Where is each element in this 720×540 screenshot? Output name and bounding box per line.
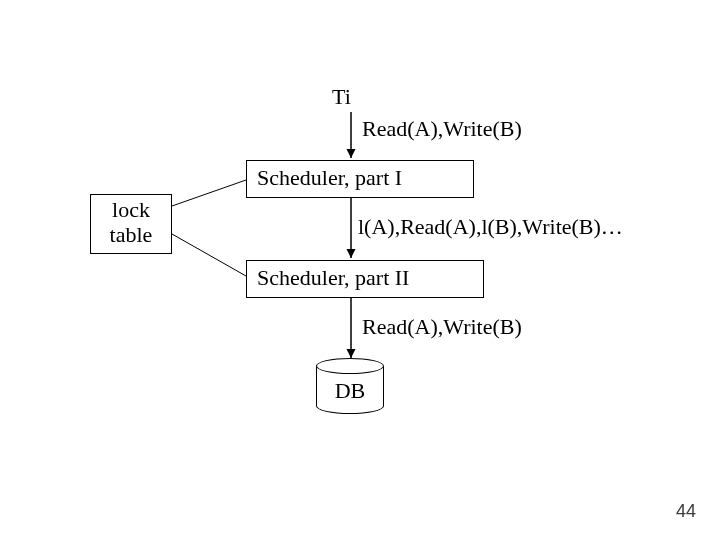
lock-table-box: lock table [90,194,172,254]
scheduler-2-box: Scheduler, part II [246,260,484,298]
top-ops-label: Read(A),Write(B) [362,116,522,142]
transaction-label: Ti [332,84,351,110]
lock-table-label: lock table [110,197,153,247]
scheduler-1-box: Scheduler, part I [246,160,474,198]
bottom-ops-label: Read(A),Write(B) [362,314,522,340]
svg-line-4 [172,234,246,276]
svg-line-3 [172,180,246,206]
db-cylinder: DB [316,358,384,414]
db-label: DB [316,378,384,404]
scheduler-2-label: Scheduler, part II [257,265,409,290]
mid-ops-label: l(A),Read(A),l(B),Write(B)… [358,214,623,240]
scheduler-1-label: Scheduler, part I [257,165,402,190]
slide-number: 44 [676,501,696,522]
diagram-stage: Ti Read(A),Write(B) Scheduler, part I l(… [0,0,720,540]
